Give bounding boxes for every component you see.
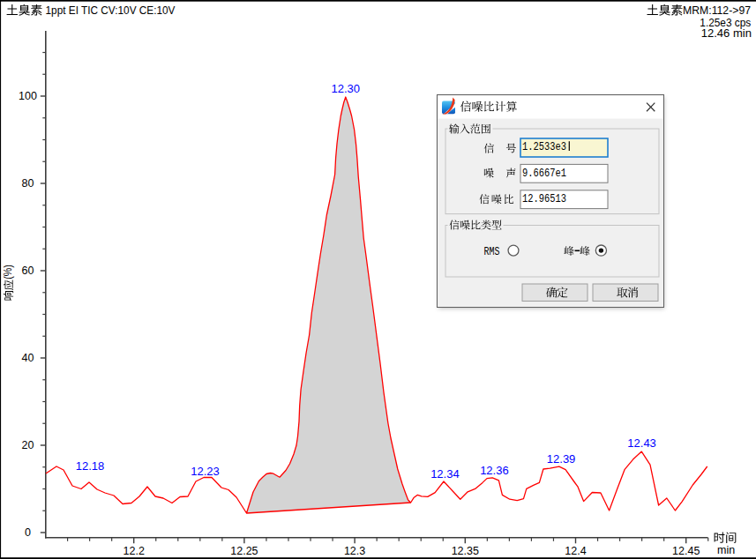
svg-text:9.6667e1: 9.6667e1 — [522, 167, 566, 180]
svg-text:12.18: 12.18 — [76, 459, 105, 473]
svg-text:12.2: 12.2 — [124, 545, 145, 557]
svg-text:12.39: 12.39 — [547, 452, 576, 466]
svg-text:RMS: RMS — [484, 245, 500, 258]
svg-text:12.23: 12.23 — [191, 465, 220, 478]
svg-text:0: 0 — [25, 526, 31, 539]
svg-text:12.96513: 12.96513 — [522, 192, 566, 205]
svg-text:12.45: 12.45 — [672, 545, 700, 557]
svg-text:12.3: 12.3 — [344, 545, 365, 557]
svg-text:12.46 min: 12.46 min — [701, 26, 752, 40]
svg-text:40: 40 — [22, 352, 34, 364]
svg-text:20: 20 — [22, 439, 34, 451]
svg-text:12.30: 12.30 — [331, 82, 360, 95]
svg-text:12.4: 12.4 — [565, 545, 586, 557]
svg-text:80: 80 — [22, 177, 34, 190]
svg-text:1ppt EI TIC CV:10V CE:10V: 1ppt EI TIC CV:10V CE:10V — [46, 4, 176, 17]
svg-text:12.34: 12.34 — [430, 467, 460, 481]
svg-text:12.36: 12.36 — [480, 464, 509, 477]
svg-text:100: 100 — [19, 90, 37, 102]
svg-text:12.43: 12.43 — [627, 436, 656, 450]
svg-text:12.25: 12.25 — [230, 545, 258, 557]
svg-text:(%): (%) — [2, 265, 14, 280]
svg-text:1.2533e3: 1.2533e3 — [522, 140, 566, 153]
svg-text:min: min — [717, 544, 735, 556]
svg-text:60: 60 — [22, 265, 34, 277]
svg-text:12.35: 12.35 — [452, 545, 479, 557]
